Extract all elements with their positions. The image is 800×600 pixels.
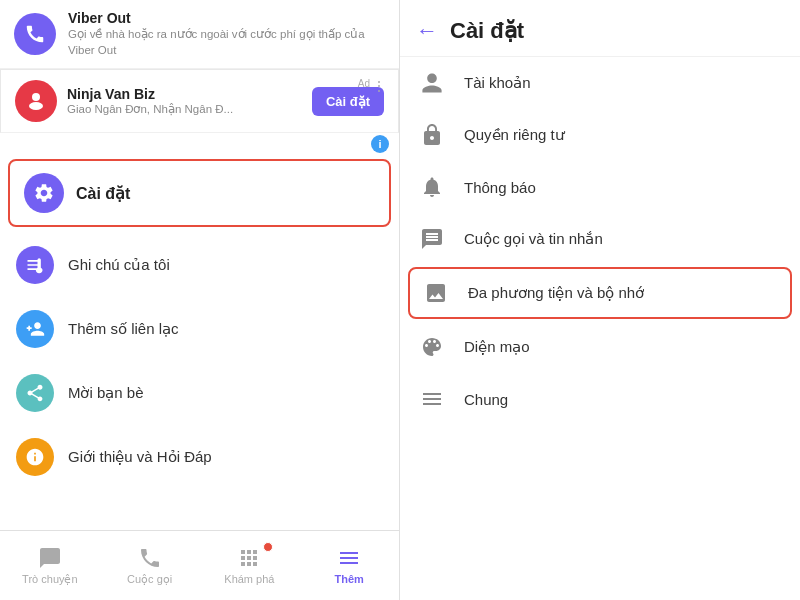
nav-calls[interactable]: Cuộc gọi xyxy=(100,540,200,592)
viber-out-title: Viber Out xyxy=(68,10,385,26)
appearance-label: Diện mạo xyxy=(464,338,530,356)
viber-out-description: Gọi về nhà hoặc ra nước ngoài với cước p… xyxy=(68,26,385,58)
menu-calls-messages[interactable]: Cuộc gọi và tin nhắn xyxy=(400,213,800,265)
notifications-icon xyxy=(420,175,448,199)
calls-icon xyxy=(138,546,162,570)
bottom-nav: Trò chuyện Cuộc gọi Khám phá xyxy=(0,530,399,600)
nav-chat-label: Trò chuyện xyxy=(22,573,78,586)
right-panel: ← Cài đặt Tài khoản Quyền riêng tư xyxy=(400,0,800,600)
explore-icon xyxy=(237,546,261,570)
nav-explore[interactable]: Khám phá xyxy=(200,540,300,591)
general-icon xyxy=(420,387,448,411)
nav-more-label: Thêm xyxy=(334,573,363,585)
notes-item[interactable]: Ghi chú của tôi xyxy=(0,233,399,297)
menu-media[interactable]: Đa phương tiện và bộ nhớ xyxy=(408,267,792,319)
menu-account[interactable]: Tài khoản xyxy=(400,57,800,109)
invite-label: Mời bạn bè xyxy=(68,384,144,402)
ninja-info: Ninja Van Biz Giao Ngân Đơn, Nhận Ngân Đ… xyxy=(67,86,302,116)
ad-label: Ad xyxy=(358,78,370,89)
ad-dots-icon: ⋮ xyxy=(372,78,386,94)
chat-icon xyxy=(38,546,62,570)
notifications-label: Thông báo xyxy=(464,179,536,196)
ninja-avatar xyxy=(15,80,57,122)
general-label: Chung xyxy=(464,391,508,408)
viber-out-text: Viber Out Gọi về nhà hoặc ra nước ngoài … xyxy=(68,10,385,58)
svg-point-1 xyxy=(29,102,43,110)
about-label: Giới thiệu và Hỏi Đáp xyxy=(68,448,212,466)
nav-chat[interactable]: Trò chuyện xyxy=(0,540,100,592)
left-panel: Viber Out Gọi về nhà hoặc ra nước ngoài … xyxy=(0,0,400,600)
nav-explore-label: Khám phá xyxy=(224,573,274,585)
about-item[interactable]: Giới thiệu và Hỏi Đáp xyxy=(0,425,399,489)
nav-more[interactable]: Thêm xyxy=(299,540,399,591)
privacy-label: Quyền riêng tư xyxy=(464,126,565,144)
menu-general[interactable]: Chung xyxy=(400,373,800,425)
account-icon xyxy=(420,71,448,95)
right-header: ← Cài đặt xyxy=(400,0,800,57)
settings-icon xyxy=(24,173,64,213)
svg-point-0 xyxy=(32,93,40,101)
about-icon xyxy=(16,438,54,476)
invite-item[interactable]: Mời bạn bè xyxy=(0,361,399,425)
viber-out-item[interactable]: Viber Out Gọi về nhà hoặc ra nước ngoài … xyxy=(0,0,399,69)
menu-appearance[interactable]: Diện mạo xyxy=(400,321,800,373)
add-contact-item[interactable]: Thêm số liên lạc xyxy=(0,297,399,361)
media-icon xyxy=(424,281,452,305)
media-label: Đa phương tiện và bộ nhớ xyxy=(468,284,644,302)
add-contact-icon xyxy=(16,310,54,348)
appearance-icon xyxy=(420,335,448,359)
right-title: Cài đặt xyxy=(450,18,524,44)
menu-notifications[interactable]: Thông báo xyxy=(400,161,800,213)
left-content: Viber Out Gọi về nhà hoặc ra nước ngoài … xyxy=(0,0,399,530)
right-menu: Tài khoản Quyền riêng tư Thông báo xyxy=(400,57,800,600)
ninja-description: Giao Ngân Đơn, Nhận Ngân Đ... xyxy=(67,102,302,116)
menu-privacy[interactable]: Quyền riêng tư xyxy=(400,109,800,161)
ninja-title: Ninja Van Biz xyxy=(67,86,302,102)
notes-label: Ghi chú của tôi xyxy=(68,256,170,274)
calls-messages-label: Cuộc gọi và tin nhắn xyxy=(464,230,603,248)
privacy-icon xyxy=(420,123,448,147)
settings-item[interactable]: Cài đặt xyxy=(8,159,391,227)
account-label: Tài khoản xyxy=(464,74,531,92)
invite-icon xyxy=(16,374,54,412)
info-dot: i xyxy=(371,135,389,153)
calls-messages-icon xyxy=(420,227,448,251)
ad-banner[interactable]: Ninja Van Biz Giao Ngân Đơn, Nhận Ngân Đ… xyxy=(0,69,399,133)
more-icon xyxy=(337,546,361,570)
viber-out-icon xyxy=(14,13,56,55)
back-button[interactable]: ← xyxy=(416,18,438,44)
nav-calls-label: Cuộc gọi xyxy=(127,573,172,586)
settings-label: Cài đặt xyxy=(76,184,130,203)
notification-dot xyxy=(263,542,273,552)
notes-icon xyxy=(16,246,54,284)
add-contact-label: Thêm số liên lạc xyxy=(68,320,179,338)
